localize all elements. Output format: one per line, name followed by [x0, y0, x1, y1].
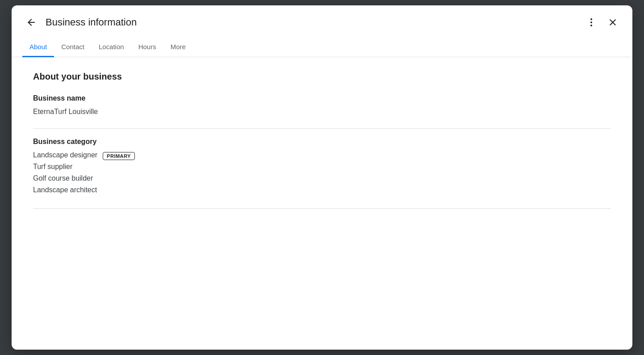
category-name-golf-course-builder: Golf course builder	[33, 174, 93, 182]
category-name-landscape-designer: Landscape designer	[33, 151, 97, 159]
category-row-landscape-designer: Landscape designer PRIMARY	[33, 151, 611, 161]
more-options-button[interactable]	[582, 13, 600, 31]
category-name-landscape-architect: Landscape architect	[33, 186, 97, 194]
tab-contact[interactable]: Contact	[54, 38, 92, 57]
svg-point-1	[590, 21, 592, 23]
business-category-section: Business category Landscape designer PRI…	[33, 138, 611, 196]
tab-about[interactable]: About	[22, 38, 54, 57]
business-name-section: Business name EternaTurf Louisville	[33, 94, 611, 116]
business-name-value: EternaTurf Louisville	[33, 108, 611, 116]
section-divider-bottom	[33, 208, 611, 209]
tabs-container: About Contact Location Hours More	[12, 38, 632, 57]
business-info-modal: Business information About Contact Locat…	[12, 5, 632, 350]
category-row-turf-supplier: Turf supplier	[33, 163, 611, 173]
section-title: About your business	[33, 72, 611, 82]
back-button[interactable]	[22, 13, 40, 31]
section-divider	[33, 128, 611, 129]
tab-location[interactable]: Location	[92, 38, 131, 57]
business-category-label: Business category	[33, 138, 611, 146]
close-button[interactable]	[604, 13, 622, 31]
header-actions	[582, 13, 622, 31]
category-row-landscape-architect: Landscape architect	[33, 186, 611, 196]
primary-badge: PRIMARY	[103, 152, 135, 160]
tab-more[interactable]: More	[163, 38, 193, 57]
svg-point-2	[590, 25, 592, 26]
business-name-label: Business name	[33, 94, 611, 102]
svg-point-0	[590, 18, 592, 20]
modal-content: About your business Business name Eterna…	[12, 57, 632, 350]
category-name-turf-supplier: Turf supplier	[33, 163, 72, 171]
modal-header: Business information	[12, 5, 632, 38]
category-row-golf-course-builder: Golf course builder	[33, 174, 611, 184]
tab-hours[interactable]: Hours	[131, 38, 163, 57]
modal-title: Business information	[46, 17, 582, 28]
